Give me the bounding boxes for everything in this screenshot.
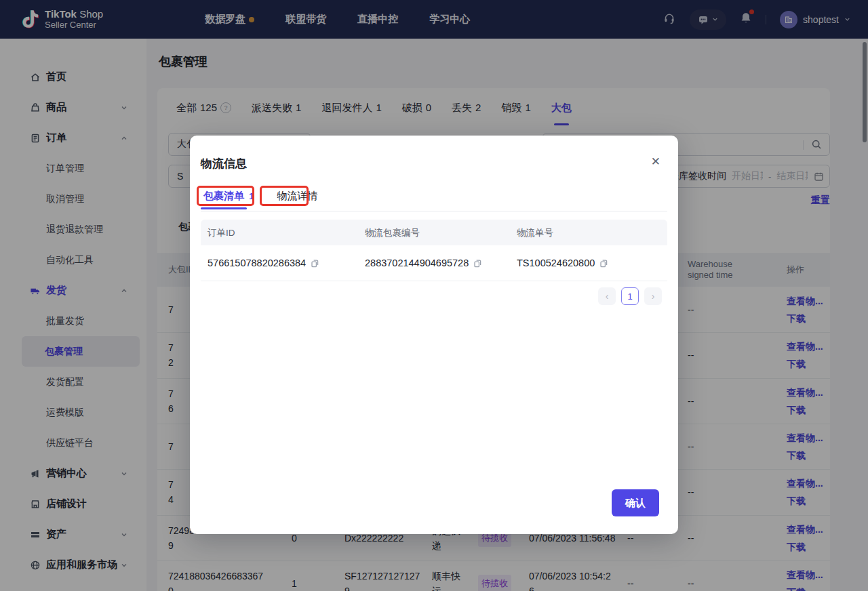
col-package-no: 物流包裹编号 (365, 227, 420, 239)
modal-table-row: 576615078820286384 2883702144904695728 T… (201, 245, 667, 281)
modal-table-header: 订单ID 物流包裹编号 物流单号 (201, 220, 667, 245)
col-order-id: 订单ID (208, 227, 235, 239)
order-id-value: 576615078820286384 (208, 258, 306, 268)
copy-icon[interactable] (599, 258, 609, 268)
pagination-current-page[interactable]: 1 (621, 287, 639, 305)
confirm-button[interactable]: 确认 (612, 489, 659, 516)
divider (201, 211, 667, 211)
copy-icon[interactable] (473, 258, 483, 268)
pagination-prev-button[interactable]: ‹ (598, 287, 616, 305)
tab-package-list-label: 包裹清单 (203, 190, 244, 201)
tab-package-list[interactable]: 包裹清单 1 (203, 190, 254, 203)
col-tracking-no: 物流单号 (517, 227, 553, 239)
tab-logistics-detail-label: 物流详情 (277, 190, 317, 201)
modal-tabs: 包裹清单 1 物流详情 (203, 190, 317, 203)
close-icon[interactable]: ✕ (651, 156, 660, 167)
tracking-no-value: TS100524620800 (517, 258, 595, 268)
active-tab-underline (201, 207, 247, 209)
package-no-value: 2883702144904695728 (365, 258, 469, 268)
logistics-info-modal: 物流信息 ✕ 包裹清单 1 物流详情 订单ID 物流包裹编号 物流单号 5766… (190, 136, 678, 534)
modal-table: 订单ID 物流包裹编号 物流单号 576615078820286384 2883… (201, 220, 667, 281)
tab-logistics-detail[interactable]: 物流详情 (277, 190, 317, 203)
copy-icon[interactable] (310, 258, 320, 268)
tab-package-list-count: 1 (249, 191, 254, 201)
modal-pagination: ‹ 1 › (598, 287, 662, 305)
modal-title: 物流信息 (201, 156, 247, 171)
pagination-next-button[interactable]: › (644, 287, 662, 305)
